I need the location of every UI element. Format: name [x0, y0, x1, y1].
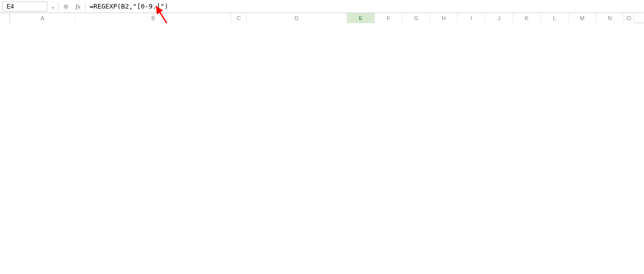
formula-bar: E4 ⌄ ⊕ fx	[0, 0, 644, 13]
fx-icon[interactable]: fx	[73, 2, 83, 12]
column-headers: A B C D E F G H I J K L M N O	[0, 13, 644, 23]
col-header-M[interactable]: M	[569, 13, 596, 23]
col-header-B[interactable]: B	[75, 13, 231, 23]
search-icon[interactable]: ⊕	[61, 2, 71, 12]
col-header-O[interactable]: O	[624, 13, 634, 23]
spreadsheet-grid: A B C D E F G H I J K L M N O 2 3 4 5 6 …	[0, 13, 644, 23]
formula-input[interactable]	[88, 2, 642, 12]
col-header-L[interactable]: L	[541, 13, 569, 23]
col-header-J[interactable]: J	[486, 13, 513, 23]
col-header-K[interactable]: K	[513, 13, 541, 23]
col-header-F[interactable]: F	[375, 13, 403, 23]
col-header-D[interactable]: D	[247, 13, 347, 23]
col-header-E[interactable]: E	[347, 13, 375, 23]
col-header-C[interactable]: C	[231, 13, 247, 23]
separator	[85, 2, 86, 11]
separator	[58, 2, 59, 11]
select-all-corner[interactable]	[0, 13, 10, 23]
col-header-G[interactable]: G	[403, 13, 430, 23]
col-header-H[interactable]: H	[430, 13, 458, 23]
name-box-chevron-icon[interactable]: ⌄	[49, 3, 56, 10]
col-header-N[interactable]: N	[596, 13, 624, 23]
col-header-A[interactable]: A	[10, 13, 75, 23]
name-box[interactable]: E4	[2, 2, 47, 12]
col-header-I[interactable]: I	[458, 13, 486, 23]
name-box-value: E4	[7, 3, 14, 10]
